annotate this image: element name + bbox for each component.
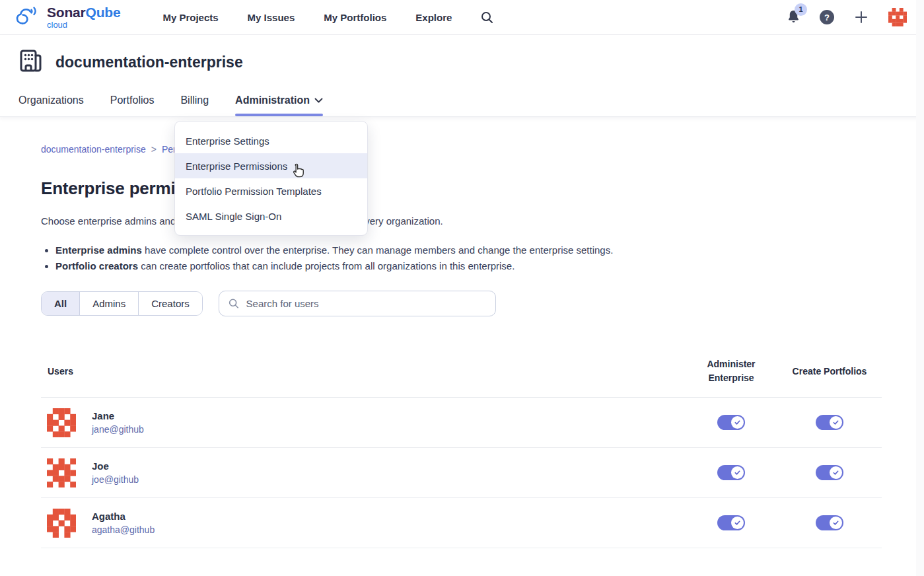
search-input-icon bbox=[229, 298, 239, 309]
table-row: Joe joe@github bbox=[41, 448, 882, 498]
user-search-box[interactable] bbox=[219, 291, 496, 316]
administer-enterprise-toggle[interactable] bbox=[717, 515, 745, 530]
nav-my-issues[interactable]: My Issues bbox=[248, 12, 295, 23]
administer-toggle-cell bbox=[685, 415, 777, 430]
nav-my-portfolios[interactable]: My Portfolios bbox=[324, 12, 386, 23]
filter-creators-button[interactable]: Creators bbox=[138, 292, 202, 315]
create-toggle-cell bbox=[777, 465, 882, 480]
toggle-knob bbox=[731, 466, 744, 479]
administration-dropdown-menu: Enterprise Settings Enterprise Permissio… bbox=[174, 121, 368, 236]
brand-qube: Qube bbox=[86, 5, 121, 20]
notifications-button[interactable]: 1 bbox=[787, 9, 800, 26]
create-portfolios-toggle[interactable] bbox=[816, 415, 843, 430]
bullet-portfolio-creators: Portfolio creators can create portfolios… bbox=[55, 260, 882, 271]
user-cell: Agatha agatha@github bbox=[41, 509, 685, 538]
toggle-knob bbox=[830, 416, 842, 429]
users-table: Users Administer Enterprise Create Portf… bbox=[41, 357, 882, 548]
user-identicon-avatar bbox=[47, 458, 76, 487]
table-row: Agatha agatha@github bbox=[41, 498, 882, 548]
chevron-down-icon bbox=[314, 98, 323, 103]
menu-item-enterprise-settings[interactable]: Enterprise Settings bbox=[175, 128, 367, 153]
intro-text: Choose enterprise admins and portfolio c… bbox=[41, 215, 882, 227]
user-email[interactable]: joe@github bbox=[92, 474, 139, 485]
administer-enterprise-toggle[interactable] bbox=[717, 415, 745, 430]
user-identicon-avatar bbox=[47, 509, 76, 538]
user-name: Joe bbox=[92, 460, 139, 472]
user-identicon-avatar bbox=[47, 408, 76, 437]
check-icon bbox=[734, 419, 741, 426]
user-avatar[interactable] bbox=[888, 8, 907, 26]
search-users-input[interactable] bbox=[246, 298, 486, 309]
users-table-body: Jane jane@github bbox=[41, 398, 882, 548]
navbar-right: 1 ? bbox=[787, 8, 907, 26]
user-name: Agatha bbox=[92, 511, 155, 522]
filter-admins-button[interactable]: Admins bbox=[79, 292, 138, 315]
create-portfolios-toggle[interactable] bbox=[816, 465, 843, 480]
help-button[interactable]: ? bbox=[820, 10, 834, 24]
brand-logo[interactable]: SonarQube cloud bbox=[15, 4, 120, 30]
check-icon bbox=[734, 519, 741, 526]
enterprise-tabs: Organizations Portfolios Billing Adminis… bbox=[16, 94, 908, 116]
table-row: Jane jane@github bbox=[41, 398, 882, 448]
tab-billing[interactable]: Billing bbox=[180, 94, 209, 116]
page-title: documentation-enterprise bbox=[55, 54, 243, 71]
main-content: documentation-enterprise > Permissions E… bbox=[0, 144, 924, 548]
notification-badge: 1 bbox=[795, 3, 807, 16]
breadcrumb-enterprise-link[interactable]: documentation-enterprise bbox=[41, 144, 146, 155]
page-heading: Enterprise permissions bbox=[41, 178, 882, 199]
permissions-bullet-list: Enterprise admins have complete control … bbox=[41, 244, 882, 271]
bullet-enterprise-admins: Enterprise admins have complete control … bbox=[55, 244, 882, 256]
nav-my-projects[interactable]: My Projects bbox=[162, 12, 218, 23]
toggle-knob bbox=[830, 466, 842, 479]
menu-item-saml-single-sign-on[interactable]: SAML Single Sign-On bbox=[175, 203, 367, 229]
toggle-knob bbox=[830, 517, 842, 529]
brand-text: SonarQube cloud bbox=[47, 5, 120, 29]
user-cell: Jane jane@github bbox=[41, 408, 685, 437]
user-email[interactable]: jane@github bbox=[92, 424, 144, 435]
search-icon[interactable] bbox=[481, 11, 493, 24]
plus-icon bbox=[854, 10, 869, 24]
create-toggle-cell bbox=[777, 515, 882, 530]
check-icon bbox=[734, 469, 741, 476]
col-header-administer-enterprise: Administer Enterprise bbox=[685, 357, 777, 385]
enterprise-header: documentation-enterprise Organizations P… bbox=[0, 35, 924, 117]
brand-sonar: Sonar bbox=[47, 5, 86, 20]
user-email[interactable]: agatha@github bbox=[92, 524, 155, 535]
nav-explore[interactable]: Explore bbox=[415, 12, 452, 23]
check-icon bbox=[832, 469, 839, 476]
administer-toggle-cell bbox=[685, 465, 777, 480]
col-header-users: Users bbox=[41, 366, 685, 377]
user-name: Jane bbox=[92, 410, 144, 421]
main-navigation: My Projects My Issues My Portfolios Expl… bbox=[162, 12, 452, 23]
check-icon bbox=[832, 519, 839, 526]
top-navbar: SonarQube cloud My Projects My Issues My… bbox=[0, 0, 924, 35]
scrollbar-track[interactable] bbox=[916, 0, 924, 576]
toggle-knob bbox=[731, 517, 744, 529]
breadcrumb-separator: > bbox=[151, 144, 157, 155]
sonarqube-cloud-logo-icon bbox=[15, 4, 41, 30]
administer-toggle-cell bbox=[685, 515, 777, 530]
col-header-create-portfolios: Create Portfolios bbox=[777, 365, 882, 378]
create-toggle-cell bbox=[777, 415, 882, 430]
brand-cloud: cloud bbox=[47, 20, 120, 29]
menu-item-enterprise-permissions[interactable]: Enterprise Permissions bbox=[175, 153, 367, 178]
filter-segmented-control: All Admins Creators bbox=[41, 291, 203, 316]
breadcrumb: documentation-enterprise > Permissions bbox=[41, 144, 882, 155]
toggle-knob bbox=[731, 416, 744, 429]
create-plus-button[interactable] bbox=[854, 10, 869, 24]
filter-bar: All Admins Creators bbox=[41, 291, 882, 316]
user-cell: Joe joe@github bbox=[41, 458, 685, 487]
enterprise-building-icon bbox=[16, 46, 45, 78]
administer-enterprise-toggle[interactable] bbox=[717, 465, 745, 480]
filter-all-button[interactable]: All bbox=[42, 292, 79, 315]
check-icon bbox=[832, 419, 839, 426]
tab-administration[interactable]: Administration bbox=[235, 94, 323, 116]
tab-portfolios[interactable]: Portfolios bbox=[110, 94, 155, 116]
create-portfolios-toggle[interactable] bbox=[816, 515, 843, 530]
menu-item-portfolio-permission-templates[interactable]: Portfolio Permission Templates bbox=[175, 178, 367, 203]
tab-organizations[interactable]: Organizations bbox=[18, 94, 84, 116]
table-header-row: Users Administer Enterprise Create Portf… bbox=[41, 357, 882, 398]
